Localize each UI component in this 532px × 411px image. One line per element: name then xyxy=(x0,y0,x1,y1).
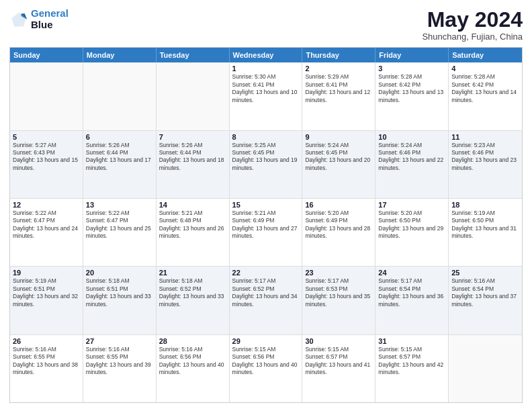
cell-detail: Sunrise: 5:26 AM Sunset: 6:44 PM Dayligh… xyxy=(86,142,153,173)
cell-detail: Sunrise: 5:16 AM Sunset: 6:55 PM Dayligh… xyxy=(13,346,80,377)
calendar-cell: 27Sunrise: 5:16 AM Sunset: 6:55 PM Dayli… xyxy=(83,335,157,402)
calendar-cell: 16Sunrise: 5:20 AM Sunset: 6:49 PM Dayli… xyxy=(302,199,375,266)
cell-detail: Sunrise: 5:19 AM Sunset: 6:50 PM Dayligh… xyxy=(451,210,519,240)
calendar-row: 1Sunrise: 5:30 AM Sunset: 6:41 PM Daylig… xyxy=(10,62,522,130)
day-number: 5 xyxy=(13,133,80,141)
day-of-week-header: Monday xyxy=(83,48,157,62)
day-number: 11 xyxy=(451,133,519,141)
calendar: SundayMondayTuesdayWednesdayThursdayFrid… xyxy=(9,47,523,403)
calendar-cell: 31Sunrise: 5:15 AM Sunset: 6:57 PM Dayli… xyxy=(375,335,449,402)
day-number: 28 xyxy=(159,337,226,345)
day-number: 26 xyxy=(13,337,80,345)
title-block: May 2024 Shunchang, Fujian, China xyxy=(422,8,523,42)
day-number: 12 xyxy=(13,201,80,209)
cell-detail: Sunrise: 5:18 AM Sunset: 6:51 PM Dayligh… xyxy=(86,277,153,308)
cell-detail: Sunrise: 5:28 AM Sunset: 6:42 PM Dayligh… xyxy=(378,73,445,104)
calendar-cell: 23Sunrise: 5:17 AM Sunset: 6:53 PM Dayli… xyxy=(302,267,375,334)
cell-detail: Sunrise: 5:22 AM Sunset: 6:47 PM Dayligh… xyxy=(86,210,153,240)
day-number: 17 xyxy=(378,201,445,209)
day-of-week-header: Sunday xyxy=(10,48,83,62)
calendar-cell: 18Sunrise: 5:19 AM Sunset: 6:50 PM Dayli… xyxy=(449,199,522,266)
cell-detail: Sunrise: 5:15 AM Sunset: 6:57 PM Dayligh… xyxy=(378,346,445,377)
day-number: 4 xyxy=(451,64,519,73)
day-number: 3 xyxy=(378,64,445,73)
cell-detail: Sunrise: 5:20 AM Sunset: 6:49 PM Dayligh… xyxy=(305,210,372,240)
day-number: 14 xyxy=(159,201,226,209)
calendar-cell: 9Sunrise: 5:24 AM Sunset: 6:45 PM Daylig… xyxy=(302,131,375,198)
calendar-cell: 8Sunrise: 5:25 AM Sunset: 6:45 PM Daylig… xyxy=(230,131,303,198)
day-number: 20 xyxy=(86,269,153,277)
cell-detail: Sunrise: 5:21 AM Sunset: 6:48 PM Dayligh… xyxy=(159,210,226,240)
day-number: 8 xyxy=(232,133,300,141)
calendar-cell: 7Sunrise: 5:26 AM Sunset: 6:44 PM Daylig… xyxy=(157,131,230,198)
logo: General Blue xyxy=(9,8,69,30)
cell-detail: Sunrise: 5:16 AM Sunset: 6:54 PM Dayligh… xyxy=(451,277,519,308)
day-number: 25 xyxy=(451,269,519,277)
cell-detail: Sunrise: 5:20 AM Sunset: 6:50 PM Dayligh… xyxy=(378,210,445,240)
logo-icon xyxy=(9,10,28,29)
calendar-cell: 10Sunrise: 5:24 AM Sunset: 6:46 PM Dayli… xyxy=(375,131,449,198)
calendar-cell: 19Sunrise: 5:19 AM Sunset: 6:51 PM Dayli… xyxy=(10,267,83,334)
day-number: 27 xyxy=(86,337,153,345)
cell-detail: Sunrise: 5:17 AM Sunset: 6:54 PM Dayligh… xyxy=(378,277,445,308)
cell-detail: Sunrise: 5:27 AM Sunset: 6:43 PM Dayligh… xyxy=(13,142,80,173)
calendar-cell: 1Sunrise: 5:30 AM Sunset: 6:41 PM Daylig… xyxy=(230,62,303,130)
cell-detail: Sunrise: 5:25 AM Sunset: 6:45 PM Dayligh… xyxy=(232,142,300,173)
cell-detail: Sunrise: 5:30 AM Sunset: 6:41 PM Dayligh… xyxy=(232,73,300,104)
calendar-cell: 28Sunrise: 5:16 AM Sunset: 6:56 PM Dayli… xyxy=(157,335,230,402)
day-number: 13 xyxy=(86,201,153,209)
calendar-cell: 15Sunrise: 5:21 AM Sunset: 6:49 PM Dayli… xyxy=(230,199,303,266)
calendar-cell: 5Sunrise: 5:27 AM Sunset: 6:43 PM Daylig… xyxy=(10,131,83,198)
day-of-week-header: Friday xyxy=(375,48,449,62)
calendar-row: 5Sunrise: 5:27 AM Sunset: 6:43 PM Daylig… xyxy=(10,131,522,199)
subtitle: Shunchang, Fujian, China xyxy=(422,32,523,42)
day-number: 19 xyxy=(13,269,80,277)
calendar-cell: 25Sunrise: 5:16 AM Sunset: 6:54 PM Dayli… xyxy=(449,267,522,334)
day-number: 23 xyxy=(305,269,372,277)
day-number: 2 xyxy=(305,64,372,73)
calendar-cell: 3Sunrise: 5:28 AM Sunset: 6:42 PM Daylig… xyxy=(375,62,449,130)
day-number: 16 xyxy=(305,201,372,209)
day-number: 21 xyxy=(159,269,226,277)
calendar-cell: 11Sunrise: 5:23 AM Sunset: 6:46 PM Dayli… xyxy=(449,131,522,198)
cell-detail: Sunrise: 5:24 AM Sunset: 6:46 PM Dayligh… xyxy=(378,142,445,173)
cell-detail: Sunrise: 5:29 AM Sunset: 6:41 PM Dayligh… xyxy=(305,73,372,104)
day-number: 31 xyxy=(378,337,445,345)
calendar-cell: 22Sunrise: 5:17 AM Sunset: 6:52 PM Dayli… xyxy=(230,267,303,334)
day-number: 15 xyxy=(232,201,300,209)
calendar-cell: 17Sunrise: 5:20 AM Sunset: 6:50 PM Dayli… xyxy=(375,199,449,266)
calendar-cell: 29Sunrise: 5:15 AM Sunset: 6:56 PM Dayli… xyxy=(230,335,303,402)
day-number: 1 xyxy=(232,64,300,73)
cell-detail: Sunrise: 5:26 AM Sunset: 6:44 PM Dayligh… xyxy=(159,142,226,173)
cell-detail: Sunrise: 5:17 AM Sunset: 6:53 PM Dayligh… xyxy=(305,277,372,308)
cell-detail: Sunrise: 5:15 AM Sunset: 6:57 PM Dayligh… xyxy=(305,346,372,377)
calendar-cell: 14Sunrise: 5:21 AM Sunset: 6:48 PM Dayli… xyxy=(157,199,230,266)
day-number: 30 xyxy=(305,337,372,345)
cell-detail: Sunrise: 5:16 AM Sunset: 6:56 PM Dayligh… xyxy=(159,346,226,377)
calendar-cell: 2Sunrise: 5:29 AM Sunset: 6:41 PM Daylig… xyxy=(302,62,375,130)
cell-detail: Sunrise: 5:24 AM Sunset: 6:45 PM Dayligh… xyxy=(305,142,372,173)
day-number: 9 xyxy=(305,133,372,141)
cell-detail: Sunrise: 5:19 AM Sunset: 6:51 PM Dayligh… xyxy=(13,277,80,308)
day-of-week-header: Wednesday xyxy=(230,48,303,62)
calendar-row: 12Sunrise: 5:22 AM Sunset: 6:47 PM Dayli… xyxy=(10,199,522,267)
cell-detail: Sunrise: 5:15 AM Sunset: 6:56 PM Dayligh… xyxy=(232,346,300,377)
day-number: 18 xyxy=(451,201,519,209)
cell-detail: Sunrise: 5:17 AM Sunset: 6:52 PM Dayligh… xyxy=(232,277,300,308)
calendar-cell: 4Sunrise: 5:28 AM Sunset: 6:42 PM Daylig… xyxy=(449,62,522,130)
day-of-week-header: Thursday xyxy=(302,48,375,62)
day-number: 6 xyxy=(86,133,153,141)
calendar-cell: 6Sunrise: 5:26 AM Sunset: 6:44 PM Daylig… xyxy=(83,131,157,198)
cell-detail: Sunrise: 5:28 AM Sunset: 6:42 PM Dayligh… xyxy=(451,73,519,104)
calendar-cell: 21Sunrise: 5:18 AM Sunset: 6:52 PM Dayli… xyxy=(157,267,230,334)
day-number: 7 xyxy=(159,133,226,141)
main-title: May 2024 xyxy=(422,8,523,32)
empty-cell xyxy=(449,335,522,402)
calendar-row: 26Sunrise: 5:16 AM Sunset: 6:55 PM Dayli… xyxy=(10,335,522,402)
empty-cell xyxy=(157,62,230,130)
header: General Blue May 2024 Shunchang, Fujian,… xyxy=(9,8,523,42)
day-number: 29 xyxy=(232,337,300,345)
calendar-body: 1Sunrise: 5:30 AM Sunset: 6:41 PM Daylig… xyxy=(10,62,522,402)
day-number: 22 xyxy=(232,269,300,277)
empty-cell xyxy=(83,62,157,130)
